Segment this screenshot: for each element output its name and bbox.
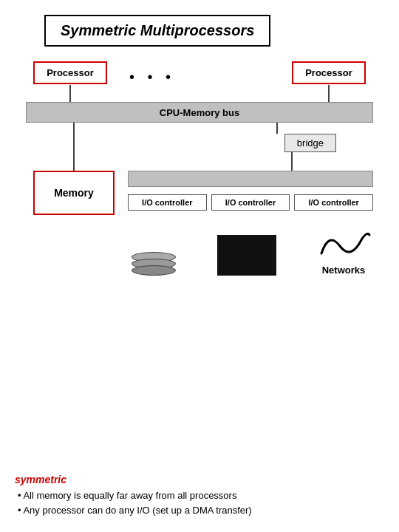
io-bus xyxy=(128,171,373,187)
memory-box: Memory xyxy=(33,171,115,215)
io-ctrl-1: I/O controller xyxy=(128,194,207,211)
io-ctrl-3: I/O controller xyxy=(294,194,373,211)
processor-right: Processor xyxy=(292,61,366,84)
io-controllers: I/O controller I/O controller I/O contro… xyxy=(128,194,373,211)
symmetric-label: symmetric xyxy=(15,474,377,485)
bottom-text: symmetric • All memory is equally far aw… xyxy=(15,474,377,517)
processor-left: Processor xyxy=(33,61,107,84)
bullet-2: • Any processor can do any I/O (set up a… xyxy=(18,503,377,518)
disk-3 xyxy=(132,265,176,276)
devices-area: Networks xyxy=(128,224,373,276)
network-device: Networks xyxy=(314,224,373,276)
page-container: Symmetric Multiprocessors Processor Proc… xyxy=(0,0,399,532)
disk-stack xyxy=(128,231,180,276)
io-ctrl-2: I/O controller xyxy=(211,194,290,211)
network-icon xyxy=(314,224,373,265)
bullet-1: • All memory is equally far away from al… xyxy=(18,488,377,503)
dots: • • • xyxy=(129,69,175,86)
black-rect-device xyxy=(217,235,276,276)
cpu-memory-bus: CPU-Memory bus xyxy=(26,102,373,123)
page-title: Symmetric Multiprocessors xyxy=(61,22,254,38)
title-box: Symmetric Multiprocessors xyxy=(44,15,270,47)
diagram: Processor Processor • • • CPU-Memory bus… xyxy=(18,61,381,283)
bridge-box: bridge xyxy=(284,134,336,152)
networks-label: Networks xyxy=(322,265,366,276)
